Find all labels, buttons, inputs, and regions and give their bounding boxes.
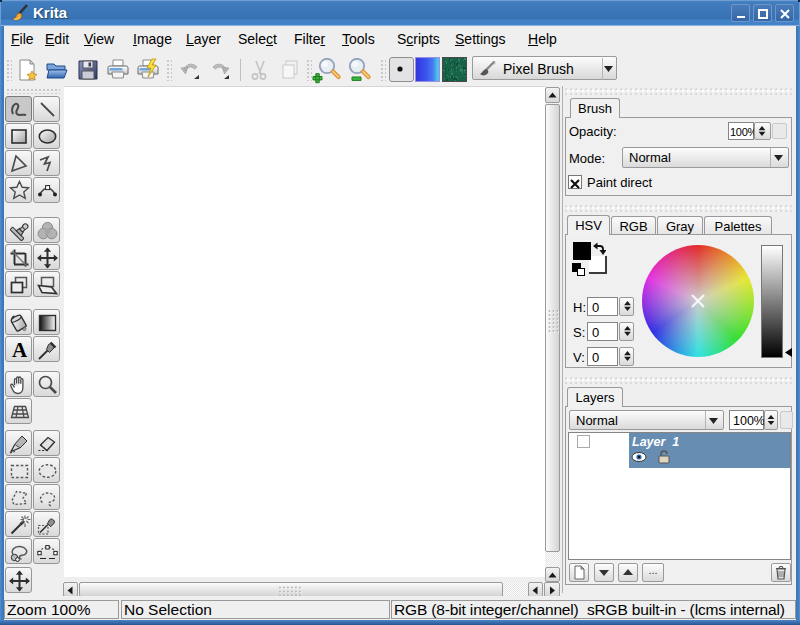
svg-text:A: A	[12, 339, 28, 361]
